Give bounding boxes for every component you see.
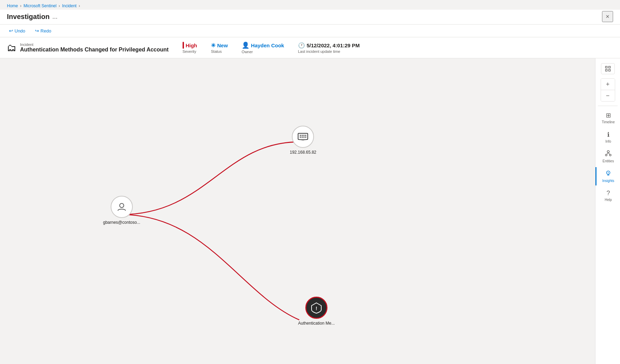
svg-rect-16 [605, 69, 607, 71]
insights-panel-button[interactable]: Insights [595, 167, 620, 185]
main-content: 192.168.65.82 gbarnes@contoso... ! Authe… [0, 58, 620, 364]
ip-node[interactable]: 192.168.65.82 [290, 126, 316, 155]
status-label: Status [211, 49, 222, 54]
zoom-in-button[interactable]: + [601, 79, 615, 90]
svg-point-9 [304, 137, 305, 138]
fit-view-button[interactable] [601, 63, 615, 74]
svg-line-22 [608, 153, 610, 154]
graph-svg [0, 58, 595, 364]
close-button[interactable]: × [602, 11, 613, 22]
svg-rect-15 [609, 66, 610, 68]
undo-icon: ↩ [9, 28, 13, 33]
user-node-circle [111, 196, 133, 218]
svg-text:!: ! [316, 306, 317, 311]
svg-line-21 [607, 153, 608, 154]
svg-point-8 [302, 137, 303, 138]
help-panel-button[interactable]: ? Help [595, 187, 620, 204]
svg-point-5 [302, 135, 303, 136]
title-ellipsis[interactable]: ... [52, 13, 57, 20]
fit-icon [605, 66, 611, 72]
severity-value: High [186, 42, 197, 48]
title-bar: Investigation ... × [0, 10, 620, 25]
severity-bar [183, 42, 184, 49]
entities-panel-button[interactable]: Entities [595, 147, 620, 166]
status-icon: ✳ [211, 42, 215, 49]
breadcrumb-incident[interactable]: Incident [62, 3, 76, 8]
svg-point-6 [304, 135, 305, 136]
status-item: ✳ New Status [211, 42, 228, 54]
right-panel: + − ⊞ Timeline ℹ Info [595, 58, 620, 364]
help-icon: ? [607, 190, 610, 197]
alert-node[interactable]: ! Authentication Me... [298, 297, 335, 326]
ip-node-label: 192.168.65.82 [290, 150, 316, 155]
svg-rect-14 [605, 66, 607, 68]
info-icon: ℹ [607, 131, 610, 138]
incident-meta: High Severity ✳ New Status 👤 Hayden Cook… [183, 41, 360, 54]
severity-label: Severity [183, 49, 196, 54]
svg-point-27 [608, 173, 609, 174]
redo-icon: ↪ [35, 28, 39, 33]
breadcrumb: Home › Microsoft Sentinel › Incident › [0, 0, 620, 10]
alert-node-label: Authentication Me... [298, 321, 335, 326]
insights-icon [605, 170, 611, 178]
clock-icon: 🕐 [298, 42, 305, 49]
toolbar: ↩ Undo ↪ Redo [0, 25, 620, 37]
breadcrumb-home[interactable]: Home [7, 3, 18, 8]
timeline-panel-button[interactable]: ⊞ Timeline [595, 109, 620, 127]
info-panel-button[interactable]: ℹ Info [595, 128, 620, 146]
entities-icon [605, 150, 611, 158]
user-node[interactable]: gbarnes@contoso... [103, 196, 140, 225]
severity-item: High Severity [183, 42, 197, 54]
svg-point-20 [610, 154, 611, 156]
graph-area[interactable]: 192.168.65.82 gbarnes@contoso... ! Authe… [0, 58, 595, 364]
svg-point-4 [300, 135, 301, 136]
zoom-group: + − [601, 78, 615, 102]
svg-point-11 [305, 137, 306, 138]
svg-point-7 [300, 137, 301, 138]
page-title: Investigation [7, 13, 49, 21]
incident-title: Authentication Methods Changed for Privi… [20, 47, 169, 53]
redo-button[interactable]: ↪ Redo [33, 27, 53, 35]
owner-value: Hayden Cook [251, 42, 284, 48]
user-node-label: gbarnes@contoso... [103, 220, 140, 225]
incident-icon: 🗂 [7, 42, 17, 54]
ip-node-circle [292, 126, 314, 148]
zoom-out-button[interactable]: − [601, 90, 615, 101]
owner-label: Owner [242, 50, 253, 54]
undo-button[interactable]: ↩ Undo [7, 27, 27, 35]
svg-point-12 [120, 203, 124, 208]
incident-type-label: Incident [20, 42, 169, 47]
status-value: New [217, 42, 228, 48]
incident-title-section: 🗂 Incident Authentication Methods Change… [7, 42, 169, 54]
datetime-item: 🕐 5/12/2022, 4:01:29 PM Last incident up… [298, 42, 360, 54]
alert-node-circle: ! [305, 297, 327, 319]
svg-rect-17 [609, 69, 610, 71]
timeline-icon: ⊞ [606, 112, 611, 119]
svg-point-19 [605, 154, 607, 156]
breadcrumb-sentinel[interactable]: Microsoft Sentinel [24, 3, 56, 8]
svg-point-10 [305, 135, 306, 136]
owner-icon: 👤 [242, 41, 249, 49]
datetime-label: Last incident update time [298, 49, 340, 54]
datetime-value: 5/12/2022, 4:01:29 PM [307, 42, 360, 48]
incident-header: 🗂 Incident Authentication Methods Change… [0, 37, 620, 58]
svg-point-18 [607, 151, 609, 153]
owner-item: 👤 Hayden Cook Owner [242, 41, 284, 54]
